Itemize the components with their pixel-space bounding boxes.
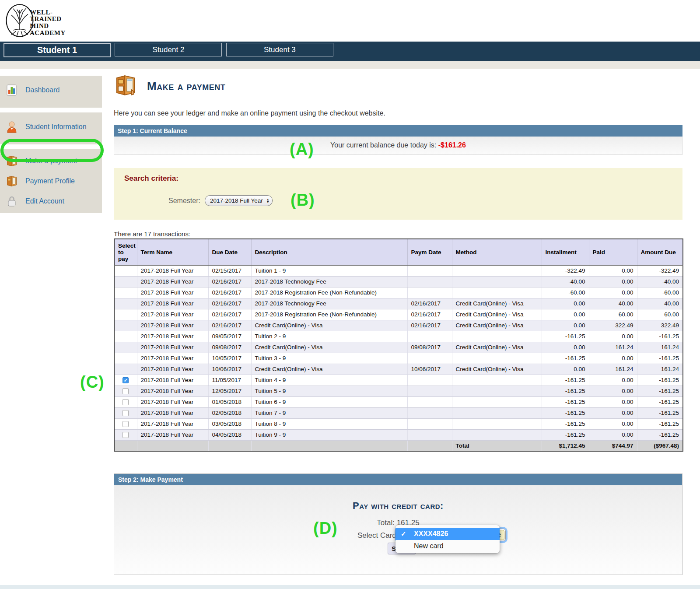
cell-select [114, 429, 137, 440]
cell-amt: -40.00 [637, 276, 683, 287]
cell-select [114, 418, 137, 429]
cell-inst: -161.25 [542, 353, 589, 364]
cell-due: 01/05/2018 [208, 396, 251, 407]
cell-inst: -60.00 [542, 287, 589, 298]
row-checkbox[interactable] [122, 410, 129, 416]
cell-paid: 0.00 [589, 331, 637, 342]
cell-desc: Tuition 2 - 9 [251, 331, 407, 342]
checkmark-icon: ✓ [401, 528, 406, 540]
table-row: 2017-2018 Full Year02/16/20172017-2018 T… [114, 276, 683, 287]
sidebar-item-make-a-payment[interactable]: Make a payment [0, 151, 102, 171]
search-criteria-title: Search criteria: [124, 174, 682, 183]
cell-desc: Tuition 8 - 9 [251, 418, 407, 429]
table-row: 2017-2018 Full Year03/05/2018Tuition 8 -… [114, 418, 683, 429]
cell-inst: -161.25 [542, 418, 589, 429]
cell-method: Credit Card(Online) - Visa [452, 309, 542, 320]
table-row: 2017-2018 Full Year02/16/20172017-2018 R… [114, 309, 683, 320]
sidebar-item-student-information[interactable]: Student Information [0, 114, 102, 143]
page-header: WELL- TRAINED MIND ACADEMY [0, 0, 700, 42]
cell-select [114, 342, 137, 353]
sidebar-item-payment-profile[interactable]: Payment Profile [0, 171, 102, 191]
sidebar-group-payments: Make a payment Payment Profile Edit Acco… [0, 149, 102, 213]
cell-term: 2017-2018 Full Year [137, 265, 208, 276]
tab-student-3[interactable]: Student 3 [226, 43, 333, 56]
table-row: 2017-2018 Full Year01/05/2018Tuition 6 -… [114, 396, 683, 407]
tab-student-1[interactable]: Student 1 [4, 43, 111, 57]
sidebar-item-edit-account[interactable]: Edit Account [0, 191, 102, 211]
cell-due: 10/05/2017 [208, 353, 251, 364]
cell-desc: Tuition 4 - 9 [251, 375, 407, 386]
cell-method [452, 429, 542, 440]
semester-select[interactable]: 2017-2018 Full Year ▲▼ [205, 195, 273, 206]
cell-amt: -60.00 [637, 287, 683, 298]
cell-amt: 161.24 [637, 364, 683, 375]
cell-due: 02/16/2017 [208, 287, 251, 298]
cell-paid: 40.00 [589, 298, 637, 309]
step2-box: Step 2: Make Payment Pay with credit car… [114, 473, 682, 575]
cell-inst: -161.25 [542, 331, 589, 342]
cell-due: 11/05/2017 [208, 375, 251, 386]
intro-text: Here you can see your ledger and make an… [114, 109, 682, 117]
sidebar-item-dashboard[interactable]: Dashboard [0, 77, 102, 106]
cell-amt: -161.25 [637, 353, 683, 364]
row-checkbox[interactable] [122, 421, 129, 427]
card-option-new-card[interactable]: New card [396, 540, 500, 552]
cell-desc: 2017-2018 Technology Fee [251, 276, 407, 287]
table-row: 2017-2018 Full Year10/05/2017Tuition 3 -… [114, 353, 683, 364]
cell-paid: 0.00 [589, 386, 637, 396]
cell-method [452, 407, 542, 418]
cell-term: 2017-2018 Full Year [137, 309, 208, 320]
total-installment: $1,712.45 [542, 440, 589, 451]
cell-paym [407, 386, 452, 396]
table-total-row: Total $1,712.45 $744.97 ($967.48) [114, 440, 683, 451]
page: { "colors": { "annotation_green": "#2bd4… [0, 0, 700, 589]
transactions-tbody: 2017-2018 Full Year02/15/2017Tuition 1 -… [114, 265, 683, 440]
cell-select [114, 265, 137, 276]
col-description: Description [251, 239, 407, 265]
cell-amt: 60.00 [637, 309, 683, 320]
cell-select [114, 276, 137, 287]
cell-due: 02/16/2017 [208, 276, 251, 287]
cell-paym: 02/16/2017 [407, 309, 452, 320]
cell-method: Credit Card(Online) - Visa [452, 364, 542, 375]
row-checkbox[interactable] [122, 388, 129, 394]
step1-box: Step 1: Current Balance Your current bal… [114, 125, 682, 155]
table-row: 2017-2018 Full Year02/16/2017Credit Card… [114, 320, 683, 331]
pay-with-credit-card-title: Pay with credit card: [114, 485, 682, 512]
cell-desc: Credit Card(Online) - Visa [251, 320, 407, 331]
cell-method [452, 353, 542, 364]
card-option-selected[interactable]: ✓ XXXX4826 [396, 528, 500, 540]
sidebar-group-dashboard: Dashboard [0, 76, 102, 108]
select-stepper-icon: ▲▼ [266, 198, 270, 203]
table-row: 2017-2018 Full Year10/06/2017Credit Card… [114, 364, 683, 375]
cell-inst: 0.00 [542, 309, 589, 320]
row-checkbox[interactable] [122, 432, 129, 438]
cell-select [114, 287, 137, 298]
table-row: 2017-2018 Full Year04/05/2018Tuition 9 -… [114, 429, 683, 440]
cell-paym [407, 396, 452, 407]
card-dropdown-menu: ✓ XXXX4826 New card [396, 525, 500, 553]
cell-inst: 0.00 [542, 320, 589, 331]
cell-select [114, 331, 137, 342]
row-checkbox[interactable]: ✓ [122, 377, 129, 383]
col-term-name: Term Name [137, 239, 208, 265]
cell-select [114, 309, 137, 320]
cell-due: 04/05/2018 [208, 429, 251, 440]
cell-term: 2017-2018 Full Year [137, 396, 208, 407]
cell-paid: 0.00 [589, 396, 637, 407]
tab-student-2[interactable]: Student 2 [115, 43, 222, 56]
cell-term: 2017-2018 Full Year [137, 298, 208, 309]
row-checkbox[interactable] [122, 399, 129, 405]
cell-paym [407, 265, 452, 276]
subbar-divider [0, 61, 700, 69]
cell-amt: -161.25 [637, 407, 683, 418]
cell-paid: 0.00 [589, 353, 637, 364]
cell-due: 09/08/2017 [208, 342, 251, 353]
table-row: 2017-2018 Full Year09/08/2017Credit Card… [114, 342, 683, 353]
wallet-icon [5, 155, 18, 167]
cell-term: 2017-2018 Full Year [137, 287, 208, 298]
cell-paid: 60.00 [589, 309, 637, 320]
step1-body: Your current balance due today is: -$161… [114, 137, 682, 155]
cell-paym: 02/16/2017 [407, 298, 452, 309]
semester-row: Semester: 2017-2018 Full Year ▲▼ [168, 195, 273, 206]
